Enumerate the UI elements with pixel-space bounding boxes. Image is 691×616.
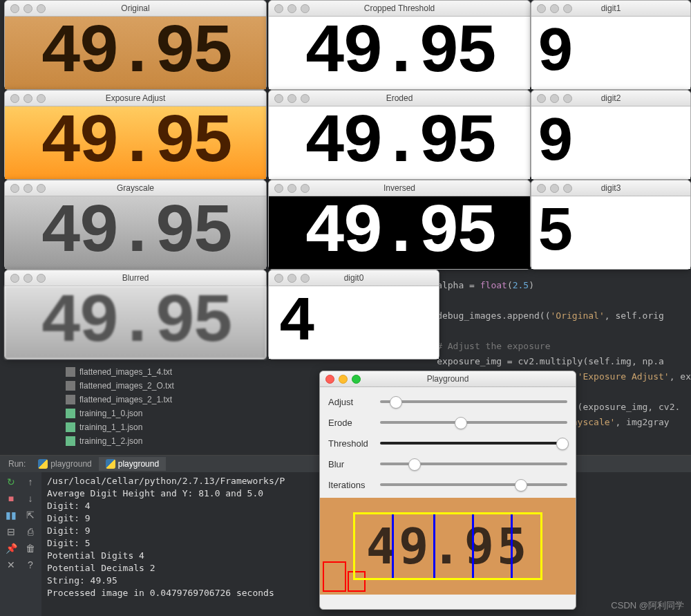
close-icon[interactable] bbox=[274, 274, 283, 283]
close-icon[interactable] bbox=[325, 375, 334, 384]
titlebar[interactable]: digit1 bbox=[531, 1, 690, 17]
tab-playground-2[interactable]: playground bbox=[99, 457, 166, 471]
image-digit: 9 bbox=[537, 108, 571, 178]
close-icon[interactable] bbox=[274, 4, 283, 13]
titlebar[interactable]: Cropped Threshold bbox=[269, 1, 530, 17]
image-digits: 49.95 bbox=[40, 17, 230, 89]
window-digit2[interactable]: digit2 9 bbox=[531, 90, 691, 180]
window-eroded[interactable]: Eroded 49.95 bbox=[268, 90, 531, 180]
close-icon[interactable] bbox=[537, 4, 546, 13]
minimize-icon[interactable] bbox=[339, 375, 348, 384]
zoom-icon[interactable] bbox=[563, 94, 572, 103]
titlebar[interactable]: digit2 bbox=[531, 91, 690, 106]
slider-iterations[interactable] bbox=[380, 483, 567, 486]
export-icon[interactable]: ⇱ bbox=[23, 508, 37, 522]
image-digits: 49.95 bbox=[304, 196, 494, 269]
close-icon[interactable] bbox=[10, 4, 19, 13]
slider-erode[interactable] bbox=[380, 421, 567, 424]
detected-digits: 49.95 bbox=[353, 512, 543, 580]
titlebar[interactable]: Exposure Adjust bbox=[5, 91, 266, 106]
slider-blur[interactable] bbox=[380, 463, 567, 465]
minimize-icon[interactable] bbox=[23, 184, 32, 193]
zoom-icon[interactable] bbox=[37, 184, 46, 193]
close-icon[interactable] bbox=[537, 184, 546, 193]
file-name: training_1_2.json bbox=[79, 434, 142, 448]
slider-threshold[interactable] bbox=[380, 442, 567, 445]
settings-icon[interactable]: ⊟ bbox=[4, 525, 18, 539]
tree-item[interactable]: training_1_2.json bbox=[66, 434, 174, 448]
zoom-icon[interactable] bbox=[37, 94, 46, 103]
up-icon[interactable]: ↑ bbox=[23, 475, 37, 489]
tree-item[interactable]: flattened_images_2_1.txt bbox=[66, 393, 174, 407]
zoom-icon[interactable] bbox=[37, 274, 46, 283]
trash-icon[interactable]: 🗑 bbox=[23, 541, 37, 555]
titlebar[interactable]: Inversed bbox=[269, 180, 530, 196]
rerun-icon[interactable]: ↻ bbox=[4, 475, 18, 489]
window-original[interactable]: Original 49.95 bbox=[4, 0, 267, 90]
python-icon bbox=[38, 459, 48, 469]
minimize-icon[interactable] bbox=[287, 4, 296, 13]
image-digits: 49.95 bbox=[40, 106, 230, 179]
slider-adjust[interactable] bbox=[380, 400, 567, 403]
window-exposure-adjust[interactable]: Exposure Adjust 49.95 bbox=[4, 90, 267, 180]
stop-icon[interactable]: ■ bbox=[4, 492, 18, 505]
minimize-icon[interactable] bbox=[287, 274, 296, 283]
zoom-icon[interactable] bbox=[301, 184, 310, 193]
window-digit3[interactable]: digit3 5 bbox=[531, 180, 691, 270]
titlebar[interactable]: Eroded bbox=[269, 91, 530, 106]
titlebar[interactable]: digit0 bbox=[269, 270, 439, 286]
window-inversed[interactable]: Inversed 49.95 bbox=[268, 180, 531, 270]
close-icon[interactable] bbox=[10, 184, 19, 193]
pause-icon[interactable]: ▮▮ bbox=[4, 508, 18, 522]
tab-playground-1[interactable]: playground bbox=[31, 457, 98, 471]
zoom-icon[interactable] bbox=[37, 4, 46, 13]
zoom-icon[interactable] bbox=[301, 94, 310, 103]
minimize-icon[interactable] bbox=[23, 274, 32, 283]
window-cropped-threshold[interactable]: Cropped Threshold 49.95 bbox=[268, 0, 531, 90]
close-icon[interactable] bbox=[274, 184, 283, 193]
minimize-icon[interactable] bbox=[550, 184, 559, 193]
window-grayscale[interactable]: Grayscale 49.95 bbox=[4, 180, 267, 270]
titlebar[interactable]: Grayscale bbox=[5, 180, 266, 196]
tree-item[interactable]: training_1_1.json bbox=[66, 420, 174, 434]
window-blurred[interactable]: Blurred 49.95 bbox=[4, 270, 267, 360]
close-icon[interactable] bbox=[10, 94, 19, 103]
zoom-icon[interactable] bbox=[301, 4, 310, 13]
zoom-icon[interactable] bbox=[301, 274, 310, 283]
help-icon[interactable]: ? bbox=[23, 558, 37, 572]
minimize-icon[interactable] bbox=[550, 4, 559, 13]
titlebar[interactable]: Blurred bbox=[5, 270, 266, 286]
tree-item[interactable]: flattened_images_1_4.txt bbox=[66, 365, 174, 379]
file-icon bbox=[66, 367, 75, 377]
minimize-icon[interactable] bbox=[287, 184, 296, 193]
window-digit0[interactable]: digit0 4 bbox=[268, 270, 439, 360]
tree-item[interactable]: training_1_0.json bbox=[66, 407, 174, 420]
titlebar[interactable]: digit3 bbox=[531, 180, 690, 196]
zoom-icon[interactable] bbox=[563, 184, 572, 193]
image-digits: 49.95 bbox=[40, 196, 230, 269]
tree-item[interactable]: flattened_images_2_O.txt bbox=[66, 379, 174, 393]
file-name: training_1_1.json bbox=[79, 420, 142, 434]
close-icon[interactable] bbox=[274, 94, 283, 103]
close-icon[interactable] bbox=[537, 94, 546, 103]
run-label: Run: bbox=[3, 459, 31, 469]
zoom-icon[interactable] bbox=[352, 375, 361, 384]
titlebar[interactable]: Original bbox=[5, 1, 266, 17]
minimize-icon[interactable] bbox=[23, 94, 32, 103]
minimize-icon[interactable] bbox=[550, 94, 559, 103]
print-icon[interactable]: ⎙ bbox=[23, 525, 37, 539]
file-name: flattened_images_1_4.txt bbox=[79, 365, 172, 379]
titlebar[interactable]: Playground bbox=[320, 371, 576, 387]
python-icon bbox=[106, 459, 115, 469]
zoom-icon[interactable] bbox=[563, 4, 572, 13]
down-icon[interactable]: ↓ bbox=[23, 492, 37, 505]
window-playground[interactable]: Playground Adjust Erode Threshold Blur I… bbox=[319, 371, 576, 610]
close-icon[interactable]: ✕ bbox=[4, 558, 18, 572]
file-icon bbox=[66, 409, 75, 418]
minimize-icon[interactable] bbox=[23, 4, 32, 13]
close-icon[interactable] bbox=[10, 274, 19, 283]
run-gutter: ↻↑ ■↓ ▮▮⇱ ⊟⎙ 📌🗑 ✕? bbox=[0, 472, 41, 616]
window-digit1[interactable]: digit1 9 bbox=[531, 0, 691, 90]
pin-icon[interactable]: 📌 bbox=[4, 541, 18, 555]
minimize-icon[interactable] bbox=[287, 94, 296, 103]
